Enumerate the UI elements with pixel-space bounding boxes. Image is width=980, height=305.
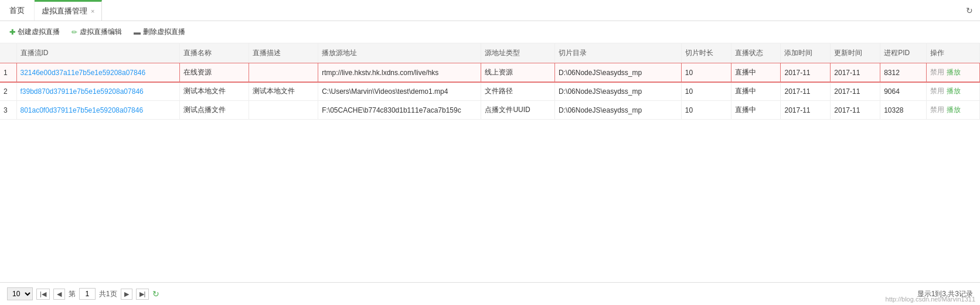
pagination-bar: 10 20 50 |◀ ◀ 第 共1页 ▶ ▶| ↻ 显示1到3,共3记录	[0, 282, 980, 305]
cell-duration: 10	[681, 63, 731, 82]
page-refresh-button[interactable]: ↻	[966, 6, 973, 15]
col-type: 源地址类型	[481, 43, 555, 63]
disable-action-button[interactable]: 禁用	[930, 87, 944, 95]
tab-home[interactable]: 首页	[0, 0, 35, 21]
col-index	[0, 43, 16, 63]
table-row[interactable]: 2f39bd870d37911e7b5e1e59208a07846测试本地文件测…	[0, 82, 980, 101]
col-source: 播放源地址	[318, 43, 481, 63]
cell-update-time: 2017-11	[831, 82, 880, 101]
prev-page-button[interactable]: ◀	[53, 289, 65, 300]
col-status: 直播状态	[731, 43, 781, 63]
col-duration: 切片时长	[681, 43, 731, 63]
delete-icon: ▬	[134, 28, 141, 36]
cell-dir: D:\06NodeJS\easydss_mp	[555, 82, 682, 101]
create-label: 创建虚拟直播	[18, 27, 60, 37]
broadcast-table: 直播流ID 直播名称 直播描述 播放源地址 源地址类型 切片目录 切片时长 直播…	[0, 43, 980, 120]
cell-dir: D:\06NodeJS\easydss_mp	[555, 101, 682, 120]
tab-close-icon[interactable]: ×	[91, 8, 94, 15]
col-dir: 切片目录	[555, 43, 682, 63]
cell-source: C:\Users\Marvin\Videos\test\demo1.mp4	[318, 82, 481, 101]
next-page-button[interactable]: ▶	[121, 289, 132, 300]
table-row[interactable]: 3801ac0f0d37911e7b5e1e59208a07846测试点播文件F…	[0, 101, 980, 120]
col-desc: 直播描述	[249, 43, 318, 63]
cell-name: 测试本地文件	[179, 82, 249, 101]
cell-add-time: 2017-11	[781, 82, 831, 101]
toolbar: ✚ 创建虚拟直播 ✏ 虚拟直播编辑 ▬ 删除虚拟直播	[0, 21, 980, 43]
col-add-time: 添加时间	[781, 43, 831, 63]
cell-desc	[249, 101, 318, 120]
edit-label: 虚拟直播编辑	[80, 27, 122, 37]
cell-pid: 8312	[880, 63, 927, 82]
cell-id: 801ac0f0d37911e7b5e1e59208a07846	[16, 101, 179, 120]
table-container: 直播流ID 直播名称 直播描述 播放源地址 源地址类型 切片目录 切片时长 直播…	[0, 43, 980, 305]
cell-id: 32146e00d37a11e7b5e1e59208a07846	[16, 63, 179, 82]
edit-button[interactable]: ✏ 虚拟直播编辑	[69, 26, 124, 38]
pagination-refresh-button[interactable]: ↻	[152, 289, 159, 299]
cell-status: 直播中	[731, 82, 781, 101]
cell-source: rtmp://live.hkstv.hk.lxdns.com/live/hks	[318, 63, 481, 82]
cell-update-time: 2017-11	[831, 101, 880, 120]
page-size-select[interactable]: 10 20 50	[7, 287, 33, 300]
col-pid: 进程PID	[880, 43, 927, 63]
col-update-time: 更新时间	[831, 43, 880, 63]
cell-type: 线上资源	[481, 63, 555, 82]
cell-action: 禁用播放	[927, 82, 980, 101]
page-prefix: 第	[69, 289, 76, 299]
cell-name: 测试点播文件	[179, 101, 249, 120]
cell-type: 点播文件UUID	[481, 101, 555, 120]
col-id: 直播流ID	[16, 43, 179, 63]
cell-add-time: 2017-11	[781, 63, 831, 82]
first-page-button[interactable]: |◀	[36, 289, 50, 300]
cell-id: f39bd870d37911e7b5e1e59208a07846	[16, 82, 179, 101]
cell-index: 3	[0, 101, 16, 120]
cell-desc: 测试本地文件	[249, 82, 318, 101]
last-page-button[interactable]: ▶|	[136, 289, 149, 300]
cell-duration: 10	[681, 82, 731, 101]
tab-virtual-broadcast[interactable]: 虚拟直播管理 ×	[35, 0, 102, 21]
play-action-button[interactable]: 播放	[947, 87, 961, 95]
cell-pid: 9064	[880, 82, 927, 101]
watermark: http://blog.csdn.net/Marvin1311	[886, 296, 975, 303]
page-total-label: 共1页	[99, 289, 117, 299]
cell-name: 在线资源	[179, 63, 249, 82]
disable-action-button[interactable]: 禁用	[930, 106, 944, 114]
cell-index: 2	[0, 82, 16, 101]
cell-status: 直播中	[731, 63, 781, 82]
table-header-row: 直播流ID 直播名称 直播描述 播放源地址 源地址类型 切片目录 切片时长 直播…	[0, 43, 980, 63]
cell-index: 1	[0, 63, 16, 82]
cell-status: 直播中	[731, 101, 781, 120]
active-tab-label: 虚拟直播管理	[42, 6, 87, 16]
cell-update-time: 2017-11	[831, 63, 880, 82]
disable-action-button[interactable]: 禁用	[930, 68, 944, 76]
col-name: 直播名称	[179, 43, 249, 63]
cell-source: F:\05CACHE\b774c830d1b111e7aca7b159c	[318, 101, 481, 120]
edit-icon: ✏	[72, 28, 77, 36]
play-action-button[interactable]: 播放	[947, 68, 961, 76]
home-tab-label: 首页	[9, 5, 25, 16]
cell-duration: 10	[681, 101, 731, 120]
cell-type: 文件路径	[481, 82, 555, 101]
cell-action: 禁用播放	[927, 63, 980, 82]
table-row[interactable]: 132146e00d37a11e7b5e1e59208a07846在线资源rtm…	[0, 63, 980, 82]
cell-add-time: 2017-11	[781, 101, 831, 120]
delete-label: 删除虚拟直播	[143, 27, 185, 37]
delete-button[interactable]: ▬ 删除虚拟直播	[131, 26, 188, 38]
play-action-button[interactable]: 播放	[947, 106, 961, 114]
page-number-input[interactable]	[79, 288, 96, 300]
cell-action: 禁用播放	[927, 101, 980, 120]
create-icon: ✚	[9, 28, 15, 36]
cell-dir: D:\06NodeJS\easydss_mp	[555, 63, 682, 82]
cell-desc	[249, 63, 318, 82]
cell-pid: 10328	[880, 101, 927, 120]
create-button[interactable]: ✚ 创建虚拟直播	[7, 26, 62, 38]
col-action: 操作	[927, 43, 980, 63]
